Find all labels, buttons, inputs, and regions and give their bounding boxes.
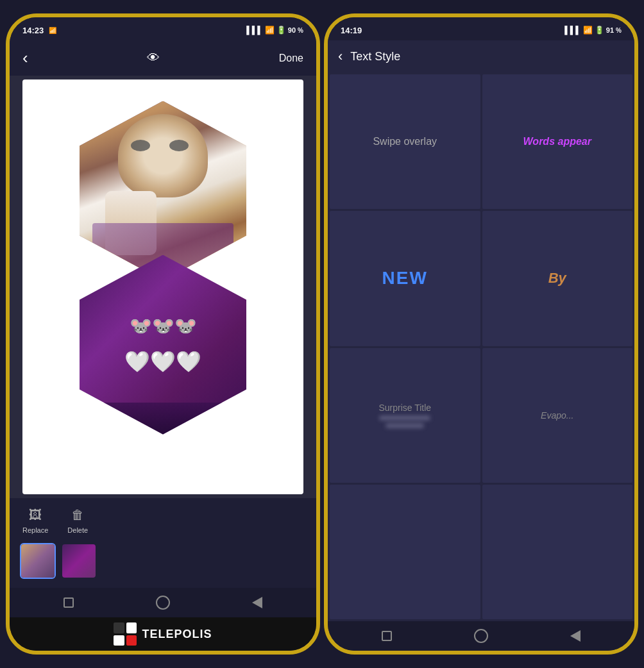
- phone-text-style: 14:19 ▌▌▌ 📶 🔋 91 % ‹ Text Style Swipe ov…: [324, 13, 638, 655]
- mouse-emojis: 🐭🐭🐭: [130, 315, 197, 337]
- editor-toolbar: ‹ 👁 Done: [10, 40, 316, 76]
- hex-bottom: 🐭🐭🐭 🤍🤍🤍: [80, 255, 246, 435]
- style-cell-evaporate[interactable]: Evapo...: [482, 348, 633, 483]
- wifi-icon-2: 📶: [583, 26, 593, 35]
- blur-line-2: [386, 423, 424, 428]
- style-cell-by[interactable]: By: [482, 211, 633, 346]
- hexagon-collage: 🐭🐭🐭 🤍🤍🤍: [80, 101, 246, 473]
- time-2: 14:19: [341, 26, 362, 35]
- status-bar-1: 14:23 📶 ▌▌▌ 📶 🔋 90 %: [10, 17, 316, 40]
- swipe-overlay-label: Swipe overlay: [373, 136, 437, 147]
- phones-container: 14:23 📶 ▌▌▌ 📶 🔋 90 % ‹ 👁 Done: [0, 0, 644, 668]
- battery-num-1: %: [298, 27, 303, 34]
- back-button-2[interactable]: ‹: [338, 48, 343, 65]
- sim-icon: 📶: [49, 27, 56, 34]
- done-button[interactable]: Done: [279, 53, 303, 64]
- time-1: 14:23: [22, 26, 44, 35]
- logo-grid: [114, 622, 137, 646]
- status-left-2: 14:19: [341, 26, 362, 35]
- back-button-1[interactable]: ‹: [22, 48, 28, 68]
- style-grid: Swipe overlay Words appear NEW By S: [328, 72, 634, 621]
- editor-screen: ‹ 👁 Done: [10, 40, 316, 588]
- replace-button[interactable]: 🖼 Replace: [22, 506, 48, 534]
- style-cell-empty-2[interactable]: [482, 485, 633, 619]
- text-style-screen: ‹ Text Style Swipe overlay Words appear …: [328, 40, 634, 621]
- status-bar-2: 14:19 ▌▌▌ 📶 🔋 91 %: [328, 17, 634, 40]
- wifi-icon-1: 📶: [265, 26, 275, 35]
- surprise-content: Surprise Title: [378, 403, 431, 428]
- signal-bars-1: ▌▌▌: [246, 26, 263, 35]
- signal-bars-2: ▌▌▌: [564, 26, 581, 35]
- hex-top: [80, 101, 246, 281]
- status-left-1: 14:23 📶: [22, 26, 56, 35]
- delete-icon: 🗑: [69, 506, 87, 524]
- battery-pct-1: 90: [288, 26, 296, 34]
- telepolis-logo: TELEPOLIS: [114, 622, 212, 646]
- nav-circle-1[interactable]: [156, 596, 170, 610]
- nav-square-1[interactable]: [64, 597, 74, 608]
- editor-actions: 🖼 Replace 🗑 Delete: [10, 503, 316, 539]
- by-label: By: [548, 270, 566, 287]
- phone-nav-bar-1: [10, 588, 316, 617]
- delete-button[interactable]: 🗑 Delete: [67, 506, 88, 534]
- style-cell-words-appear[interactable]: Words appear: [482, 74, 633, 209]
- new-label: NEW: [382, 268, 428, 288]
- nav-triangle-1[interactable]: [252, 597, 262, 608]
- heart-emojis: 🤍🤍🤍: [124, 349, 201, 374]
- style-cell-surprise[interactable]: Surprise Title: [330, 348, 480, 483]
- status-right-2: ▌▌▌ 📶 🔋 91 %: [564, 26, 622, 35]
- nav-triangle-2[interactable]: [570, 630, 580, 642]
- text-style-header: ‹ Text Style: [328, 40, 634, 72]
- replace-icon: 🖼: [26, 506, 44, 524]
- logo-cell-tl: [114, 622, 124, 633]
- telepolis-text: TELEPOLIS: [142, 628, 212, 641]
- delete-label: Delete: [67, 526, 88, 534]
- logo-cell-tr: [126, 622, 137, 633]
- replace-label: Replace: [22, 526, 48, 534]
- editor-bottom-bar: 🖼 Replace 🗑 Delete: [10, 498, 316, 588]
- evaporate-label: Evapo...: [541, 410, 573, 421]
- nav-square-2[interactable]: [382, 631, 392, 641]
- thumbnails-row: [10, 539, 316, 583]
- battery-2: 🔋: [595, 26, 604, 35]
- battery-pct-2: 91: [606, 26, 614, 34]
- logo-cell-bl: [114, 635, 124, 646]
- battery-1: 🔋: [276, 26, 286, 35]
- phone-editor: 14:23 📶 ▌▌▌ 📶 🔋 90 % ‹ 👁 Done: [6, 13, 320, 655]
- thumbnail-2[interactable]: [61, 543, 97, 579]
- editor-canvas: 🐭🐭🐭 🤍🤍🤍: [22, 79, 303, 494]
- logo-cell-br: [126, 635, 137, 646]
- thumbnail-1[interactable]: [20, 543, 56, 579]
- blur-line-1: [379, 415, 430, 421]
- style-cell-empty-1[interactable]: [330, 485, 480, 619]
- phone-nav-bar-2: [328, 621, 634, 651]
- status-right-1: ▌▌▌ 📶 🔋 90 %: [246, 26, 303, 35]
- surprise-label: Surprise Title: [378, 403, 431, 413]
- nav-circle-2[interactable]: [474, 629, 488, 643]
- words-appear-label: Words appear: [523, 136, 591, 147]
- telepolis-bar: TELEPOLIS: [10, 617, 316, 651]
- view-icon[interactable]: 👁: [147, 51, 160, 65]
- text-style-title: Text Style: [350, 50, 400, 63]
- style-cell-swipe-overlay[interactable]: Swipe overlay: [330, 74, 480, 209]
- style-cell-new[interactable]: NEW: [330, 211, 480, 346]
